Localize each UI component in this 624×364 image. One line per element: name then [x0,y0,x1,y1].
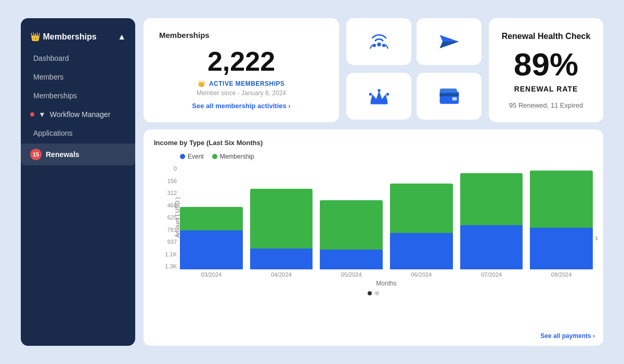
renewal-health-card: Renewal Health Check 89% RENEWAL RATE 95… [489,18,603,122]
income-chart-card: Income by Type (Last Six Months) Event M… [144,129,603,346]
memberships-count: 2,222 [159,46,323,77]
membership-legend-label: Membership [220,153,254,160]
memberships-card: Memberships 2,222 👑 ACTIVE MEMBERSHIPS M… [144,18,339,122]
x-label-06: 06/2024 [390,271,453,278]
sidebar-memberships-header[interactable]: 👑 Memberships ▲ [21,27,135,49]
bar-green-04 [250,189,313,249]
bar-col-06 [390,165,453,269]
bar-col-05 [320,165,383,269]
bar-green-03 [180,207,243,230]
legend-membership: Membership [212,153,254,160]
active-memberships-label: 👑 ACTIVE MEMBERSHIPS [159,80,323,87]
renewal-health-title: Renewal Health Check [502,32,591,41]
bar-07/2024 [460,173,523,269]
x-label-05: 05/2024 [320,271,383,278]
memberships-card-title: Memberships [159,31,210,40]
sidebar-item-memberships[interactable]: Memberships [21,86,135,105]
bottom-row: Income by Type (Last Six Months) Event M… [144,129,603,346]
sidebar-item-applications[interactable]: Applications [21,124,135,142]
icon-tiles [346,18,482,122]
x-axis-title: Months [180,280,593,287]
bar-06/2024 [390,184,453,269]
chart-pagination-dots [154,291,593,295]
crown-icon-tile [368,85,391,108]
svg-point-9 [386,93,389,96]
workflow-dot-icon [30,112,34,116]
wallet-icon [438,85,461,108]
main-content: Memberships 2,222 👑 ACTIVE MEMBERSHIPS M… [144,18,603,346]
sidebar-item-members[interactable]: Members [21,68,135,86]
sidebar-memberships-label: Memberships [43,32,96,41]
member-since-text: Member since - January 8, 2024 [159,89,323,97]
send-icon [438,30,461,53]
svg-point-0 [377,43,381,46]
svg-rect-12 [452,97,457,100]
svg-marker-4 [439,42,459,48]
bar-col-08 [530,165,593,269]
chart-legend: Event Membership [180,153,593,160]
bar-blue-04 [250,249,313,269]
bar-03/2024 [180,207,243,269]
bar-04/2024 [250,189,313,269]
chevron-up-icon: ▲ [118,32,126,42]
chevron-down-icon: ▼ [38,110,46,119]
x-label-08: 08/2024 [530,271,593,278]
bar-blue-03 [180,230,243,269]
x-label-07: 07/2024 [460,271,523,278]
svg-point-8 [378,89,381,92]
chart-wrapper: Amount ( USD ) 1.3K 1.1K 937 781 625 468… [180,165,593,269]
bar-green-07 [460,173,523,225]
see-all-activities-link[interactable]: See all membership activities › [159,102,323,110]
sidebar-item-workflow-manager[interactable]: ▼ Workflow Manager [21,105,135,124]
chart-title: Income by Type (Last Six Months) [154,139,593,147]
bar-green-06 [390,184,453,233]
bar-blue-05 [320,250,383,269]
crown-icon: 👑 [30,32,41,41]
svg-point-7 [369,93,372,96]
community-tile[interactable] [346,18,411,65]
renewal-sub-text: 95 Renewed, 11 Expired [509,101,583,109]
renewals-badge: 15 [30,149,42,160]
sidebar: 👑 Memberships ▲ Dashboard Members Member… [21,18,135,346]
crown-small-icon: 👑 [198,80,206,87]
membership-legend-dot [212,154,217,159]
community-icon [368,30,391,53]
sidebar-item-renewals[interactable]: 15 Renewals [21,144,135,165]
bar-col-04 [250,165,313,269]
renewal-percentage: 89% [514,48,578,81]
legend-event: Event [180,153,204,160]
top-row: Memberships 2,222 👑 ACTIVE MEMBERSHIPS M… [144,18,603,122]
bar-col-03 [180,165,243,269]
bar-05/2024 [320,200,383,269]
svg-marker-5 [370,90,387,102]
crown-tile[interactable] [346,73,411,120]
wallet-tile[interactable] [417,73,482,120]
bar-blue-07 [460,225,523,269]
x-label-03: 03/2024 [180,271,243,278]
y-axis: 1.3K 1.1K 937 781 625 468 312 156 0 [154,165,177,269]
chart-dot-1[interactable] [368,291,372,295]
svg-rect-6 [370,102,387,105]
send-tile[interactable] [417,18,482,65]
x-axis: 03/2024 04/2024 05/2024 06/2024 07/2024 … [180,271,593,278]
event-legend-dot [180,154,185,159]
svg-rect-11 [439,94,459,97]
bar-08/2024 [530,171,593,269]
chart-next-icon[interactable]: › [595,232,598,243]
renewal-rate-label: RENEWAL RATE [514,85,578,93]
bar-green-05 [320,200,383,250]
see-all-payments-link[interactable]: See all payments › [540,332,595,340]
bar-green-08 [530,171,593,228]
chart-dot-2[interactable] [375,291,379,295]
sidebar-item-dashboard[interactable]: Dashboard [21,49,135,68]
x-label-04: 04/2024 [250,271,313,278]
bar-blue-08 [530,228,593,269]
event-legend-label: Event [188,153,204,160]
bar-blue-06 [390,233,453,269]
bar-col-07 [460,165,523,269]
